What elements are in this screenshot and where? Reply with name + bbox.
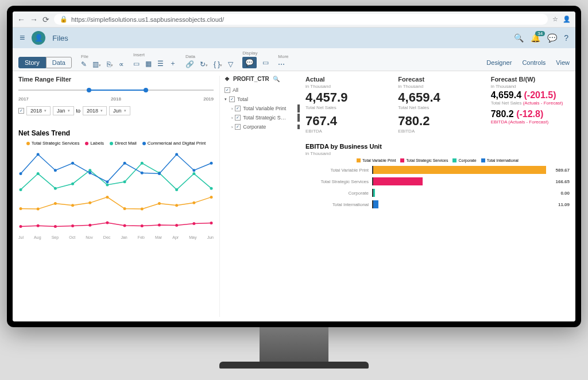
- tree-all[interactable]: ✓All: [225, 86, 300, 95]
- kpi-bw: Forecast B/(W) in Thousand 4,659.4 (-201…: [491, 76, 570, 134]
- toolbar: Story Data File ✎ ▥▾ ⎘▾ ∝ Insert ▭ ▦ ☰ ＋…: [13, 48, 575, 71]
- chat-icon[interactable]: 💬: [547, 33, 557, 42]
- help-icon[interactable]: ?: [564, 33, 568, 42]
- net-sales-title: Net Sales Trend: [18, 129, 214, 137]
- share-icon[interactable]: ∝: [119, 60, 124, 68]
- more-icon[interactable]: ⋯: [278, 60, 285, 68]
- notifications-icon[interactable]: 🔔34: [531, 33, 540, 42]
- reload-icon[interactable]: ⟳: [42, 15, 49, 24]
- hbar-tint: Total International 11.09: [305, 200, 570, 208]
- to-year-select[interactable]: 2018▾: [83, 106, 107, 115]
- lock-icon: 🔒: [60, 15, 68, 23]
- group-data-label: Data: [185, 54, 233, 59]
- line-chart: [18, 148, 214, 234]
- tab-data[interactable]: Data: [46, 57, 72, 68]
- tree-tvp[interactable]: ›✓Total Variable Print: [225, 104, 300, 113]
- page-icon[interactable]: ▥▾: [92, 60, 101, 68]
- group-display-label: Display: [242, 51, 269, 56]
- year-label-1: 2017: [18, 96, 29, 102]
- year-label-3: 2019: [203, 96, 214, 102]
- group-insert-label: Insert: [133, 52, 176, 57]
- save-icon[interactable]: ✎: [81, 60, 87, 68]
- back-icon[interactable]: ←: [17, 15, 25, 24]
- layout-icon[interactable]: ▭: [262, 59, 269, 67]
- comment-icon[interactable]: 💬: [242, 57, 257, 68]
- time-range-title: Time Range Filter: [18, 76, 214, 83]
- filter-icon[interactable]: ▽: [228, 60, 233, 68]
- time-slider[interactable]: [18, 86, 214, 94]
- ebitda-legend: Total Variable Print Total Strategic Ser…: [305, 158, 570, 162]
- link-controls[interactable]: Controls: [522, 59, 546, 66]
- date-checkbox[interactable]: ✓: [18, 108, 24, 114]
- group-file-label: File: [81, 54, 124, 59]
- copy-icon[interactable]: ⎘▾: [107, 60, 113, 68]
- from-year-select[interactable]: 2018▾: [26, 106, 51, 115]
- x-axis-labels: JulAugSepOctNovDecJanFebMarAprMayJun: [18, 235, 214, 239]
- group-more-label: More: [278, 54, 288, 59]
- star-icon[interactable]: ☆: [552, 15, 558, 23]
- chart-icon[interactable]: ▭: [133, 60, 140, 68]
- ebitda-title: EBITDA by Business Unit: [305, 143, 570, 150]
- from-month-select[interactable]: Jan▾: [53, 106, 74, 115]
- menu-icon[interactable]: ≡: [20, 33, 25, 43]
- tree-corp[interactable]: ›✓Corporate: [225, 122, 300, 131]
- profit-search-icon[interactable]: 🔍: [273, 76, 280, 82]
- files-label: Files: [52, 34, 507, 42]
- text-icon[interactable]: ☰: [157, 60, 164, 68]
- refresh-icon[interactable]: ↻▾: [200, 60, 208, 68]
- to-label: to: [76, 108, 81, 114]
- user-icon[interactable]: 👤: [563, 15, 571, 23]
- search-icon[interactable]: 🔍: [514, 33, 524, 42]
- tree-total[interactable]: ▾✓Total: [225, 95, 300, 104]
- browser-bar: ← → ⟳ 🔒 https://simplefisolutions.us1.sa…: [13, 11, 575, 28]
- forward-icon[interactable]: →: [30, 15, 38, 24]
- line-legend: Total Strategic Services Labels Direct M…: [18, 141, 214, 146]
- hbar-tvp: Total Variable Print 589.67: [305, 166, 570, 174]
- hierarchy-icon: ❖: [225, 76, 230, 82]
- tree-tss[interactable]: ›✓Total Strategic S…: [225, 113, 300, 122]
- to-month-select[interactable]: Jun▾: [109, 106, 130, 115]
- link-icon[interactable]: 🔗: [185, 60, 194, 68]
- avatar[interactable]: 👤: [32, 31, 45, 45]
- tab-group: Story Data: [18, 57, 72, 68]
- kpi-forecast: Forecast in Thousand 4,659.4 Total Net S…: [398, 76, 477, 134]
- hbar-tss: Total Strategic Services 166.65: [305, 177, 570, 185]
- profit-ctr-label: PROFIT_CTR: [233, 76, 269, 82]
- link-view[interactable]: View: [556, 59, 570, 66]
- add-icon[interactable]: ＋: [169, 59, 176, 68]
- kpi-actual: Actual in Thousand 4,457.9 Total Net Sal…: [305, 76, 384, 134]
- link-designer[interactable]: Designer: [486, 59, 512, 66]
- tab-story[interactable]: Story: [18, 57, 46, 68]
- year-label-2: 2018: [111, 96, 121, 102]
- url-bar[interactable]: 🔒 https://simplefisolutions.us1.sapbusin…: [54, 14, 548, 25]
- hbar-corp: Corporate 0.00: [305, 189, 570, 197]
- table-icon[interactable]: ▦: [145, 60, 152, 68]
- app-header: ≡ 👤 Files 🔍 🔔34 💬 ?: [13, 28, 575, 48]
- formula-icon[interactable]: { }▾: [214, 60, 222, 68]
- url-text: https://simplefisolutions.us1.sapbusines…: [71, 16, 224, 23]
